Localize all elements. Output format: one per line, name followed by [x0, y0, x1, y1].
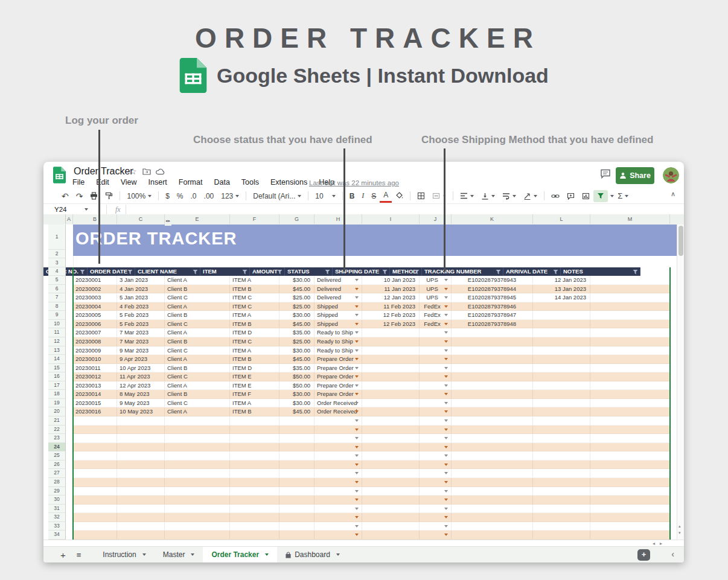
- method-dropdown-icon[interactable]: [444, 525, 448, 527]
- cell[interactable]: [590, 416, 670, 425]
- cell[interactable]: FedEx: [420, 311, 452, 319]
- method-dropdown-icon[interactable]: [444, 472, 448, 474]
- cell[interactable]: Client C: [165, 346, 230, 355]
- filter-funnel-icon[interactable]: [553, 270, 558, 275]
- row-header-16[interactable]: 16: [48, 372, 66, 381]
- cell[interactable]: [533, 320, 590, 328]
- cell[interactable]: [533, 522, 590, 531]
- share-button[interactable]: Share: [616, 167, 654, 184]
- insert-link-icon[interactable]: [548, 190, 563, 202]
- cell[interactable]: [420, 337, 452, 346]
- cell[interactable]: [165, 478, 230, 486]
- row-header-8[interactable]: 8: [48, 302, 66, 311]
- cell[interactable]: UPS: [420, 293, 452, 302]
- cell[interactable]: [452, 407, 533, 416]
- filter-funnel-icon[interactable]: [382, 270, 388, 275]
- cell[interactable]: [420, 469, 452, 477]
- cell[interactable]: $30.00: [279, 390, 315, 398]
- cell[interactable]: ITEM C: [230, 302, 279, 311]
- cell[interactable]: [590, 522, 670, 531]
- cell[interactable]: [420, 443, 452, 451]
- cell[interactable]: [165, 513, 230, 521]
- cell[interactable]: [279, 505, 315, 513]
- cell[interactable]: [165, 451, 230, 460]
- row-header-28[interactable]: 28: [48, 478, 66, 487]
- status-dropdown-icon[interactable]: [355, 384, 359, 387]
- cell[interactable]: Client B: [165, 311, 230, 319]
- cell[interactable]: [452, 337, 533, 346]
- cell[interactable]: 4 Feb 2023: [117, 302, 165, 311]
- cell[interactable]: 5 Feb 2023: [117, 320, 165, 328]
- cell[interactable]: [362, 434, 420, 442]
- cell[interactable]: 20230012: [73, 372, 117, 381]
- cell[interactable]: [279, 443, 315, 451]
- cell[interactable]: [230, 469, 279, 477]
- format-currency-button[interactable]: $: [162, 190, 173, 202]
- cell[interactable]: [590, 496, 670, 504]
- cell[interactable]: [230, 478, 279, 486]
- cell[interactable]: $35.00: [279, 328, 315, 337]
- cell[interactable]: $30.00: [279, 311, 315, 319]
- method-dropdown-icon[interactable]: [444, 305, 448, 308]
- column-header-G[interactable]: G: [279, 214, 315, 224]
- column-header-J[interactable]: J: [420, 214, 452, 224]
- cell[interactable]: [362, 513, 420, 521]
- scroll-down-icon[interactable]: ▾: [679, 531, 681, 535]
- method-dropdown-icon[interactable]: [444, 279, 448, 281]
- cell[interactable]: [533, 381, 590, 390]
- cell[interactable]: Prepare Order: [315, 372, 362, 381]
- status-dropdown-icon[interactable]: [355, 323, 359, 325]
- cell[interactable]: ITEM B: [230, 320, 279, 328]
- cell[interactable]: [230, 425, 279, 434]
- cell[interactable]: $30.00: [279, 399, 315, 407]
- cell[interactable]: [590, 505, 670, 513]
- cell[interactable]: [315, 522, 362, 531]
- cell[interactable]: [533, 407, 590, 416]
- cell[interactable]: [117, 434, 165, 442]
- status-dropdown-icon[interactable]: [355, 340, 359, 343]
- cell[interactable]: [117, 416, 165, 425]
- cell[interactable]: [73, 469, 117, 477]
- method-dropdown-icon[interactable]: [444, 437, 448, 439]
- cell[interactable]: [165, 460, 230, 469]
- cell[interactable]: $30.00: [279, 276, 315, 284]
- cell[interactable]: [73, 496, 117, 504]
- row-header-33[interactable]: 33: [48, 522, 66, 531]
- cell[interactable]: 9 Apr 2023: [117, 355, 165, 363]
- cell[interactable]: [420, 416, 452, 425]
- bold-button[interactable]: B: [346, 190, 359, 202]
- cell[interactable]: Shipped: [315, 320, 362, 328]
- column-header-E[interactable]: E: [165, 214, 230, 224]
- cell[interactable]: [362, 407, 420, 416]
- cell[interactable]: [117, 496, 165, 504]
- cell[interactable]: [315, 460, 362, 469]
- cell[interactable]: [362, 416, 420, 425]
- header-cell-client-name[interactable]: CLIENT NAME: [135, 267, 200, 276]
- fill-color-icon[interactable]: [392, 190, 407, 202]
- method-dropdown-icon[interactable]: [444, 454, 448, 457]
- row-header-29[interactable]: 29: [48, 487, 66, 496]
- cell[interactable]: [420, 496, 452, 504]
- cell[interactable]: [533, 311, 590, 319]
- cell[interactable]: [279, 460, 315, 469]
- cell[interactable]: [73, 416, 117, 425]
- menu-tools[interactable]: Tools: [241, 178, 259, 186]
- cell[interactable]: [533, 469, 590, 477]
- menu-format[interactable]: Format: [179, 178, 203, 186]
- cell[interactable]: [590, 364, 670, 372]
- cell[interactable]: [533, 496, 590, 504]
- cell[interactable]: [533, 434, 590, 442]
- cell[interactable]: [73, 487, 117, 496]
- method-dropdown-icon[interactable]: [444, 481, 448, 483]
- vertical-scrollbar[interactable]: ▴ ▾: [677, 225, 684, 540]
- cell[interactable]: [452, 505, 533, 513]
- cell[interactable]: [362, 381, 420, 390]
- cell[interactable]: Client A: [165, 328, 230, 337]
- cell[interactable]: [452, 364, 533, 372]
- cell[interactable]: [362, 364, 420, 372]
- document-title[interactable]: Order Tracker: [74, 166, 133, 177]
- row-header-25[interactable]: 25: [48, 451, 66, 460]
- cell[interactable]: [165, 416, 230, 425]
- cell[interactable]: Ready to Ship: [315, 328, 362, 337]
- tab-master[interactable]: Master: [155, 547, 203, 562]
